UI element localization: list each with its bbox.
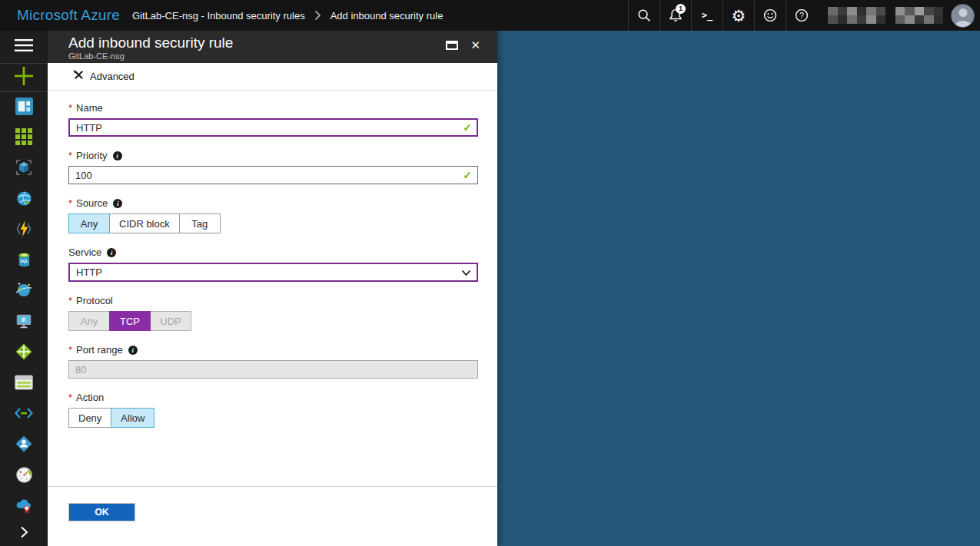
tools-icon: [73, 69, 85, 84]
sidebar-item-app-services[interactable]: [0, 184, 48, 215]
source-option-cidr-block[interactable]: CIDR block: [109, 213, 180, 233]
sidebar-item-load-balancers[interactable]: [0, 338, 48, 369]
sidebar-item-cosmos-db[interactable]: [0, 276, 48, 307]
advanced-button[interactable]: Advanced: [73, 69, 135, 84]
gear-icon: ⚙: [732, 8, 746, 24]
field-priority: * Priority i ✓: [68, 150, 478, 184]
advanced-label: Advanced: [90, 71, 135, 82]
sidebar-item-all-services[interactable]: [0, 123, 48, 154]
planet-icon: [15, 281, 33, 303]
name-input[interactable]: [68, 118, 478, 137]
source-label: * Source i: [68, 197, 478, 209]
monitor-vm-icon: [15, 313, 33, 333]
required-marker: *: [68, 150, 72, 161]
close-icon[interactable]: ✕: [470, 38, 480, 52]
field-name: * Name ✓: [68, 102, 478, 137]
globe-icon: [15, 190, 33, 210]
avatar-head: [958, 8, 967, 17]
sidebar-item-advisor[interactable]: [0, 491, 48, 522]
gauge-icon: [15, 466, 33, 487]
sidebar-expand-button[interactable]: [0, 521, 48, 546]
aad-shield-icon: [15, 435, 33, 456]
sidebar-item-menu[interactable]: [0, 31, 48, 64]
smiley-icon: [762, 8, 778, 23]
hamburger-menu-icon: [15, 39, 33, 55]
advisor-cloud-icon: [15, 497, 33, 518]
feedback-button[interactable]: [754, 0, 786, 31]
cloud-shell-button[interactable]: >_: [691, 0, 723, 31]
sidebar-item-virtual-networks[interactable]: [0, 399, 48, 430]
service-label: Service i: [68, 247, 478, 258]
action-label: * Action: [68, 392, 478, 403]
search-button[interactable]: [628, 0, 659, 31]
field-action: * Action Deny Allow: [68, 392, 478, 428]
info-icon[interactable]: i: [113, 199, 122, 208]
avatar-body: [955, 21, 971, 28]
sidebar: SQL: [0, 31, 48, 546]
info-icon[interactable]: i: [128, 346, 138, 355]
blade-toolbar: Advanced: [48, 63, 497, 91]
sidebar-item-azure-active-directory[interactable]: [0, 430, 48, 461]
source-option-any[interactable]: Any: [68, 213, 110, 233]
field-port-range: * Port range i: [68, 344, 478, 379]
field-source: * Source i Any CIDR block Tag: [68, 197, 478, 233]
protocol-label: * Protocol: [68, 295, 478, 306]
chevron-down-icon: [461, 266, 471, 280]
sidebar-item-virtual-machines-classic[interactable]: [0, 307, 48, 338]
sidebar-item-dashboard[interactable]: [0, 92, 48, 123]
cloud-shell-icon: >_: [702, 10, 713, 21]
source-toggle-group: Any CIDR block Tag: [68, 213, 478, 233]
port-range-label: * Port range i: [68, 344, 478, 356]
sidebar-item-virtual-machines[interactable]: [0, 154, 48, 184]
breadcrumb-current: Add inbound security rule: [331, 10, 443, 22]
avatar[interactable]: [951, 4, 975, 28]
protocol-option-tcp: TCP: [109, 311, 151, 331]
sidebar-item-monitor[interactable]: [0, 461, 48, 491]
action-toggle-group: Deny Allow: [68, 408, 478, 428]
sidebar-item-create-resource[interactable]: [0, 64, 48, 92]
blade-header: Add inbound security rule GitLab-CE-nsg …: [48, 31, 497, 63]
blade-subtitle: GitLab-CE-nsg: [68, 51, 478, 61]
sql-database-icon: SQL: [15, 250, 33, 272]
name-label: * Name: [68, 102, 478, 114]
valid-check-icon: ✓: [463, 169, 472, 181]
vm-cube-icon: [15, 158, 33, 180]
notifications-button[interactable]: 1: [659, 0, 691, 31]
search-icon: [636, 8, 652, 23]
service-dropdown[interactable]: HTTP: [68, 263, 478, 282]
required-marker: *: [68, 102, 72, 114]
field-protocol: * Protocol Any TCP UDP: [68, 295, 478, 331]
chevron-right-icon: [18, 525, 30, 542]
sidebar-item-sql-databases[interactable]: SQL: [0, 246, 48, 276]
storage-icon: [15, 375, 33, 393]
maximize-icon[interactable]: [446, 41, 458, 50]
field-service: Service i HTTP: [68, 247, 478, 282]
required-marker: *: [68, 392, 72, 403]
user-account[interactable]: [817, 0, 980, 31]
user-name-redacted: [828, 7, 943, 24]
action-option-allow[interactable]: Allow: [111, 408, 154, 428]
all-services-grid-icon: [15, 128, 32, 148]
priority-input[interactable]: [68, 166, 478, 184]
settings-button[interactable]: ⚙: [723, 0, 754, 31]
breadcrumb-parent[interactable]: GitLab-CE-nsg - Inbound security rules: [132, 10, 305, 22]
action-option-deny[interactable]: Deny: [68, 408, 111, 428]
required-marker: *: [68, 344, 72, 356]
help-button[interactable]: ?: [786, 0, 817, 31]
azure-logo[interactable]: Microsoft Azure: [17, 7, 120, 24]
notification-badge: 1: [676, 4, 686, 14]
svg-text:?: ?: [799, 12, 804, 20]
ok-button[interactable]: OK: [68, 503, 135, 521]
service-selected-value: HTTP: [76, 266, 102, 278]
sidebar-item-function-apps[interactable]: [0, 215, 48, 246]
blade-title: Add inbound security rule: [68, 35, 478, 51]
sidebar-item-storage-accounts[interactable]: [0, 369, 48, 399]
info-icon[interactable]: i: [107, 248, 116, 257]
info-icon[interactable]: i: [113, 151, 122, 160]
protocol-option-any: Any: [68, 311, 110, 331]
required-marker: *: [68, 295, 72, 306]
valid-check-icon: ✓: [463, 121, 472, 134]
source-option-tag[interactable]: Tag: [179, 213, 221, 233]
form-body: * Name ✓ * Priority i ✓ * Sour: [48, 91, 497, 486]
breadcrumb-chevron-icon: [314, 10, 321, 21]
